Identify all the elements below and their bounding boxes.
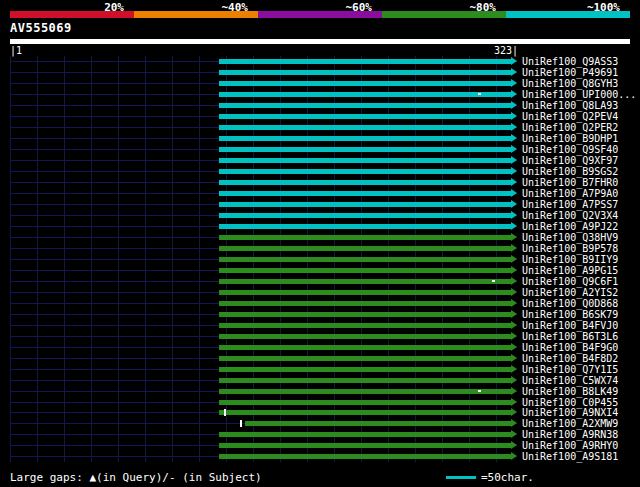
alignment-row[interactable]: UniRef100_Q9SF40 bbox=[10, 144, 640, 155]
alignment-bar[interactable] bbox=[219, 323, 511, 328]
alignment-row[interactable]: UniRef100_A9S181 bbox=[10, 451, 640, 462]
alignment-row[interactable]: UniRef100_Q9ASS3 bbox=[10, 56, 640, 67]
subject-label[interactable]: UniRef100_Q2PER2 bbox=[522, 122, 618, 133]
alignment-bar[interactable] bbox=[219, 180, 511, 185]
alignment-row[interactable]: UniRef100_Q2PER2 bbox=[10, 122, 640, 133]
subject-label[interactable]: UniRef100_B9DHP1 bbox=[522, 133, 618, 144]
alignment-row[interactable]: UniRef100_A9RHY0 bbox=[10, 440, 640, 451]
alignment-bar[interactable] bbox=[219, 246, 511, 251]
alignment-row[interactable]: UniRef100_C5WX74 bbox=[10, 374, 640, 385]
alignment-bar[interactable] bbox=[219, 279, 511, 284]
subject-label[interactable]: UniRef100_P49691 bbox=[522, 67, 618, 78]
alignment-row[interactable]: UniRef100_B6SK79 bbox=[10, 308, 640, 319]
subject-label[interactable]: UniRef100_A2XMW9 bbox=[522, 418, 618, 429]
alignment-bar[interactable] bbox=[219, 400, 511, 405]
subject-label[interactable]: UniRef100_UPI000... bbox=[522, 89, 636, 100]
alignment-row[interactable]: UniRef100_B9IIY9 bbox=[10, 253, 640, 264]
alignment-row[interactable]: UniRef100_Q7Y1I5 bbox=[10, 363, 640, 374]
alignment-row[interactable]: UniRef100_B4FVJ0 bbox=[10, 319, 640, 330]
alignment-row[interactable]: UniRef100_A7P9A0 bbox=[10, 188, 640, 199]
subject-label[interactable]: UniRef100_Q2PEV4 bbox=[522, 111, 618, 122]
alignment-bar[interactable] bbox=[219, 92, 511, 97]
subject-label[interactable]: UniRef100_B7FHR0 bbox=[522, 177, 618, 188]
alignment-bar[interactable] bbox=[219, 103, 511, 108]
alignment-row[interactable]: UniRef100_B7FHR0 bbox=[10, 177, 640, 188]
alignment-bar[interactable] bbox=[219, 235, 511, 240]
alignment-row[interactable]: UniRef100_C0P455 bbox=[10, 396, 640, 407]
alignment-row[interactable]: UniRef100_UPI000... bbox=[10, 89, 640, 100]
alignment-bar[interactable] bbox=[219, 213, 511, 218]
alignment-bar[interactable] bbox=[245, 421, 511, 426]
subject-label[interactable]: UniRef100_B8LK49 bbox=[522, 385, 618, 396]
alignment-row[interactable]: UniRef100_B4F9G0 bbox=[10, 341, 640, 352]
subject-label[interactable]: UniRef100_B4FVJ0 bbox=[522, 319, 618, 330]
alignment-row[interactable]: UniRef100_Q8GYH3 bbox=[10, 78, 640, 89]
subject-label[interactable]: UniRef100_A9PG15 bbox=[522, 264, 618, 275]
alignment-bar[interactable] bbox=[219, 356, 511, 361]
subject-label[interactable]: UniRef100_A7P9A0 bbox=[522, 188, 618, 199]
alignment-row[interactable]: UniRef100_P49691 bbox=[10, 67, 640, 78]
alignment-bar[interactable] bbox=[219, 454, 511, 459]
alignment-bar[interactable] bbox=[219, 70, 511, 75]
alignment-row[interactable]: UniRef100_A2YIS2 bbox=[10, 286, 640, 297]
subject-label[interactable]: UniRef100_B9P578 bbox=[522, 242, 618, 253]
alignment-row[interactable]: UniRef100_B6T3L6 bbox=[10, 330, 640, 341]
subject-label[interactable]: UniRef100_B6T3L6 bbox=[522, 330, 618, 341]
alignment-row[interactable]: UniRef100_A9RN38 bbox=[10, 429, 640, 440]
subject-label[interactable]: UniRef100_Q38HV9 bbox=[522, 231, 618, 242]
subject-label[interactable]: UniRef100_Q0D868 bbox=[522, 297, 618, 308]
subject-label[interactable]: UniRef100_Q9SF40 bbox=[522, 144, 618, 155]
alignment-row[interactable]: UniRef100_B9P578 bbox=[10, 242, 640, 253]
alignment-bar[interactable] bbox=[219, 410, 511, 415]
alignment-bar[interactable] bbox=[219, 389, 511, 394]
alignment-row[interactable]: UniRef100_B9SGS2 bbox=[10, 166, 640, 177]
alignment-row[interactable]: UniRef100_A9PG15 bbox=[10, 264, 640, 275]
alignment-bar[interactable] bbox=[219, 257, 511, 262]
alignment-row[interactable]: UniRef100_Q0D868 bbox=[10, 297, 640, 308]
subject-label[interactable]: UniRef100_C0P455 bbox=[522, 396, 618, 407]
alignment-row[interactable]: UniRef100_A2XMW9 bbox=[10, 418, 640, 429]
subject-label[interactable]: UniRef100_A9S181 bbox=[522, 451, 618, 462]
subject-label[interactable]: UniRef100_B6SK79 bbox=[522, 308, 618, 319]
alignment-bar[interactable] bbox=[219, 114, 511, 119]
subject-label[interactable]: UniRef100_B9SGS2 bbox=[522, 166, 618, 177]
alignment-row[interactable]: UniRef100_B9DHP1 bbox=[10, 133, 640, 144]
alignment-row[interactable]: UniRef100_Q2PEV4 bbox=[10, 111, 640, 122]
alignment-row[interactable]: UniRef100_A7PSS7 bbox=[10, 199, 640, 210]
alignment-row[interactable]: UniRef100_Q9C6F1 bbox=[10, 275, 640, 286]
alignment-bar[interactable] bbox=[219, 432, 511, 437]
alignment-bar[interactable] bbox=[219, 136, 511, 141]
subject-label[interactable]: UniRef100_Q2V3X4 bbox=[522, 210, 618, 221]
subject-label[interactable]: UniRef100_B4F8D2 bbox=[522, 352, 618, 363]
alignment-row[interactable]: UniRef100_B4F8D2 bbox=[10, 352, 640, 363]
alignment-bar[interactable] bbox=[219, 158, 511, 163]
alignment-bar[interactable] bbox=[219, 169, 511, 174]
subject-label[interactable]: UniRef100_A2YIS2 bbox=[522, 286, 618, 297]
alignment-bar[interactable] bbox=[219, 191, 511, 196]
alignment-bar[interactable] bbox=[219, 290, 511, 295]
subject-label[interactable]: UniRef100_Q7Y1I5 bbox=[522, 363, 618, 374]
alignment-bar[interactable] bbox=[219, 224, 511, 229]
alignment-row[interactable]: UniRef100_Q38HV9 bbox=[10, 232, 640, 243]
alignment-bar[interactable] bbox=[219, 202, 511, 207]
alignment-row[interactable]: UniRef100_Q2V3X4 bbox=[10, 210, 640, 221]
alignment-row[interactable]: UniRef100_B8LK49 bbox=[10, 385, 640, 396]
alignment-row[interactable]: UniRef100_A9NXI4 bbox=[10, 407, 640, 418]
alignment-bar[interactable] bbox=[219, 301, 511, 306]
alignment-bar[interactable] bbox=[219, 81, 511, 86]
alignment-bar[interactable] bbox=[219, 367, 511, 372]
subject-label[interactable]: UniRef100_Q8LA93 bbox=[522, 100, 618, 111]
alignment-bar[interactable] bbox=[219, 268, 511, 273]
subject-label[interactable]: UniRef100_Q9XF97 bbox=[522, 155, 618, 166]
alignment-bar[interactable] bbox=[219, 345, 511, 350]
subject-label[interactable]: UniRef100_A9RHY0 bbox=[522, 440, 618, 451]
subject-label[interactable]: UniRef100_A9RN38 bbox=[522, 429, 618, 440]
subject-label[interactable]: UniRef100_Q8GYH3 bbox=[522, 78, 618, 89]
alignment-bar[interactable] bbox=[219, 334, 511, 339]
alignment-bar[interactable] bbox=[219, 147, 511, 152]
subject-label[interactable]: UniRef100_A9PJ22 bbox=[522, 221, 618, 232]
subject-label[interactable]: UniRef100_Q9ASS3 bbox=[522, 56, 618, 67]
subject-label[interactable]: UniRef100_B9IIY9 bbox=[522, 253, 618, 264]
alignment-bar[interactable] bbox=[219, 378, 511, 383]
subject-label[interactable]: UniRef100_C5WX74 bbox=[522, 374, 618, 385]
